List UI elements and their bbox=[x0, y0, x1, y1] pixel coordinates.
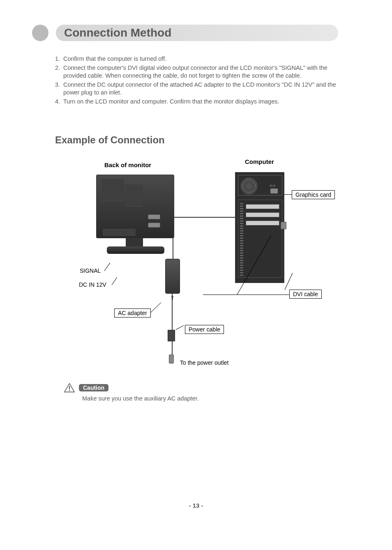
page-title-row: Connection Method bbox=[32, 25, 338, 41]
ac-in-tiny-label: AC IN bbox=[270, 184, 275, 187]
step-item: 1. Confirm that the computer is turned o… bbox=[55, 55, 338, 63]
dc-cable-line bbox=[173, 228, 173, 259]
page-title: Connection Method bbox=[64, 26, 171, 39]
dc-in-port bbox=[148, 223, 160, 228]
psu-fan-icon bbox=[241, 178, 257, 194]
step-item: 4. Turn on the LCD monitor and computer.… bbox=[55, 98, 338, 106]
title-bar: Connection Method bbox=[56, 25, 338, 41]
dc-in-label: DC IN 12V bbox=[79, 281, 106, 288]
caution-row: Caution bbox=[64, 383, 108, 393]
dvi-cable-label: DVI cable bbox=[289, 290, 322, 299]
step-text: Confirm that the computer is turned off. bbox=[63, 55, 338, 63]
computer-label: Computer bbox=[245, 158, 274, 165]
computer-tower-drawing: AC IN bbox=[235, 172, 284, 283]
step-text: Connect the DC output connector of the a… bbox=[63, 81, 338, 97]
example-subtitle: Example of Connection bbox=[55, 134, 338, 146]
caution-badge: Caution bbox=[79, 384, 108, 391]
svg-point-1 bbox=[69, 390, 70, 391]
signal-label: SIGNAL bbox=[80, 267, 101, 274]
dvi-cable-line bbox=[161, 217, 240, 218]
ac-adapter-label: AC adapter bbox=[114, 308, 151, 318]
arrow-up-icon: ⇧ bbox=[170, 295, 175, 301]
page-number: - 13 - bbox=[0, 502, 392, 509]
ferrite-core bbox=[168, 330, 175, 341]
ac-adapter-drawing bbox=[165, 259, 180, 294]
graphics-card-label: Graphics card bbox=[292, 190, 335, 199]
title-bullet bbox=[32, 25, 48, 41]
connection-diagram: Back of monitor Computer AC IN bbox=[55, 158, 338, 384]
step-text: Connect the computer's DVI digital video… bbox=[63, 64, 338, 80]
steps-list: 1. Confirm that the computer is turned o… bbox=[55, 55, 338, 106]
monitor-label: Back of monitor bbox=[104, 161, 151, 168]
dvi-port bbox=[281, 222, 286, 229]
to-outlet-label: To the power outlet bbox=[180, 359, 228, 366]
power-cable-label: Power cable bbox=[185, 325, 224, 334]
signal-port bbox=[148, 214, 160, 219]
caution-text: Make sure you use the auxiliary AC adapt… bbox=[82, 395, 199, 402]
warning-triangle-icon bbox=[64, 383, 75, 393]
step-item: 2. Connect the computer's DVI digital vi… bbox=[55, 64, 338, 80]
step-text: Turn on the LCD monitor and computer. Co… bbox=[63, 98, 338, 106]
step-item: 3. Connect the DC output connector of th… bbox=[55, 81, 338, 97]
power-cable-line bbox=[172, 294, 173, 355]
power-plug bbox=[169, 354, 174, 364]
